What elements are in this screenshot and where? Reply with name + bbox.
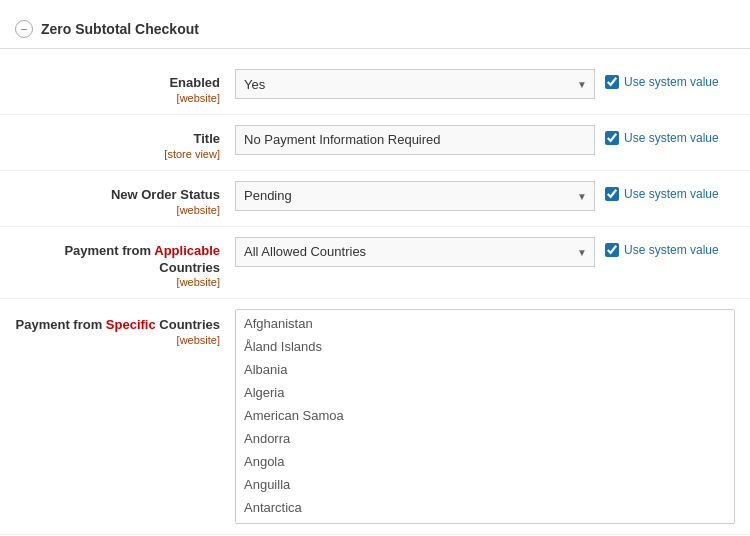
title-label-cell: Title [store view] [15,125,235,160]
list-item[interactable]: Anguilla [236,473,734,496]
title-input[interactable]: No Payment Information Required [235,125,595,155]
enabled-select-wrapper: Yes No [235,69,595,99]
enabled-select[interactable]: Yes No [235,69,595,99]
applicable-countries-input-wrapper: All Allowed Countries Specific Countries [235,237,595,267]
specific-label-part1: Payment from [16,317,106,332]
applicable-countries-system-checkbox[interactable] [605,243,619,257]
applicable-countries-select-wrapper: All Allowed Countries Specific Countries [235,237,595,267]
order-status-label-cell: New Order Status [website] [15,181,235,216]
applicable-countries-system-label[interactable]: Use system value [624,243,719,257]
applicable-countries-select[interactable]: All Allowed Countries Specific Countries [235,237,595,267]
enabled-control: Yes No Use system value [235,69,735,99]
order-status-system-label[interactable]: Use system value [624,187,719,201]
list-item[interactable]: American Samoa [236,404,734,427]
enabled-scope: [website] [15,92,220,104]
title-input-wrapper: No Payment Information Required [235,125,595,155]
title-control: No Payment Information Required Use syst… [235,125,735,155]
enabled-system-label[interactable]: Use system value [624,75,719,89]
order-status-select-wrapper: Pending Processing [235,181,595,211]
collapse-button[interactable]: − [15,20,33,38]
specific-countries-row: Payment from Specific Countries [website… [0,299,750,535]
list-item[interactable]: Antarctica [236,496,734,519]
page-container: − Zero Subtotal Checkout Enabled [websit… [0,0,750,536]
enabled-label: Enabled [169,75,220,90]
enabled-row: Enabled [website] Yes No Use system valu… [0,59,750,115]
list-item[interactable]: Antigua and Barbuda [236,519,734,524]
applicable-countries-label: Payment from Applicable Countries [64,243,220,275]
specific-countries-scope: [website] [15,334,220,346]
enabled-system-checkbox[interactable] [605,75,619,89]
title-system-value: Use system value [605,125,735,145]
order-status-row: New Order Status [website] Pending Proce… [0,171,750,227]
applicable-label-highlight: Applicable [154,243,220,258]
title-row: Title [store view] No Payment Informatio… [0,115,750,171]
order-status-system-checkbox[interactable] [605,187,619,201]
list-item[interactable]: Andorra [236,427,734,450]
collapse-icon: − [21,23,27,35]
enabled-input-wrapper: Yes No [235,69,595,99]
specific-countries-listbox-wrapper: Afghanistan Åland Islands Albania Algeri… [235,309,735,524]
title-label: Title [194,131,221,146]
order-status-scope: [website] [15,204,220,216]
order-status-label: New Order Status [111,187,220,202]
specific-countries-label: Payment from Specific Countries [16,317,220,332]
list-item[interactable]: Åland Islands [236,335,734,358]
applicable-countries-system-value: Use system value [605,237,735,257]
applicable-countries-row: Payment from Applicable Countries [websi… [0,227,750,300]
title-system-checkbox[interactable] [605,131,619,145]
specific-countries-listbox[interactable]: Afghanistan Åland Islands Albania Algeri… [235,309,735,524]
list-item[interactable]: Algeria [236,381,734,404]
order-status-select[interactable]: Pending Processing [235,181,595,211]
list-item[interactable]: Angola [236,450,734,473]
applicable-countries-control: All Allowed Countries Specific Countries… [235,237,735,267]
enabled-label-cell: Enabled [website] [15,69,235,104]
list-item[interactable]: Afghanistan [236,312,734,335]
applicable-label-part2: Countries [159,260,220,275]
specific-label-part2: Countries [156,317,220,332]
section-header: − Zero Subtotal Checkout [0,10,750,49]
applicable-label-part1: Payment from [64,243,154,258]
title-scope: [store view] [15,148,220,160]
order-status-control: Pending Processing Use system value [235,181,735,211]
enabled-system-value: Use system value [605,69,735,89]
specific-countries-control: Afghanistan Åland Islands Albania Algeri… [235,309,735,524]
specific-countries-label-cell: Payment from Specific Countries [website… [15,309,235,346]
applicable-countries-label-cell: Payment from Applicable Countries [websi… [15,237,235,289]
list-item[interactable]: Albania [236,358,734,381]
order-status-input-wrapper: Pending Processing [235,181,595,211]
title-system-label[interactable]: Use system value [624,131,719,145]
applicable-countries-scope: [website] [15,276,220,288]
order-status-system-value: Use system value [605,181,735,201]
specific-label-highlight: Specific [106,317,156,332]
section-title: Zero Subtotal Checkout [41,21,199,37]
